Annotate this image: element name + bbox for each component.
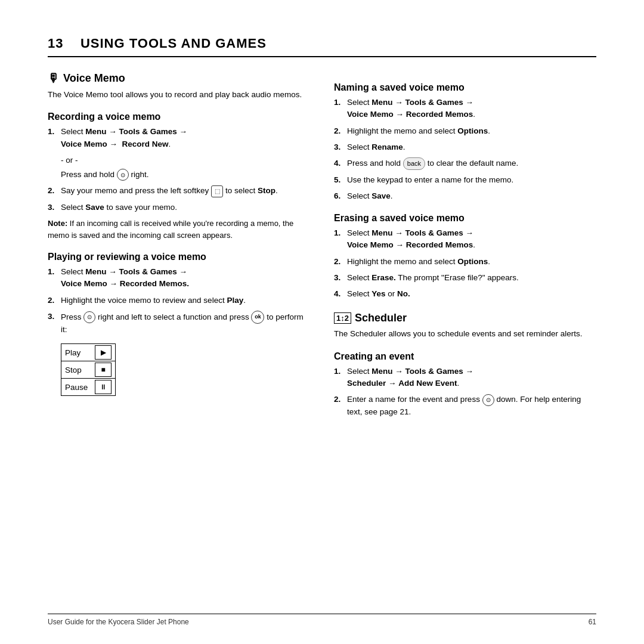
creating-step-2: Enter a name for the event and press ⊙ d… [334, 394, 596, 418]
scheduler-heading: 1↕2 Scheduler [334, 312, 596, 324]
naming-steps: Select Menu → Tools & Games → Voice Memo… [334, 97, 596, 202]
chapter-title: Using Tools and Games [80, 36, 267, 51]
erasing-step-1: Select Menu → Tools & Games → Voice Memo… [334, 227, 596, 252]
ok-button: ok [251, 311, 264, 324]
creating-event-heading: Creating an event [334, 351, 596, 362]
erasing-heading: Erasing a saved voice memo [334, 213, 596, 224]
pause-label: Pause [65, 383, 95, 392]
erasing-step-4: Select Yes or No. [334, 288, 596, 300]
naming-step-4: Press and hold back to clear the default… [334, 157, 596, 170]
voice-memo-heading: 🎙 Voice Memo [48, 72, 310, 85]
scheduler-title: Scheduler [355, 312, 407, 324]
left-column: 🎙 Voice Memo The Voice Memo tool allows … [48, 72, 310, 422]
nav-circle: ⊙ [83, 311, 95, 323]
press-hold-line: Press and hold ⊙ right. [61, 169, 310, 181]
naming-step-1: Select Menu → Tools & Games → Voice Memo… [334, 97, 596, 121]
naming-step-3: Select Rename. [334, 141, 596, 153]
voice-memo-icon: 🎙 [48, 72, 60, 85]
creating-step-1: Select Menu → Tools & Games → Scheduler … [334, 366, 596, 390]
playback-table: Play ▶ Stop ■ Pause ⏸ [61, 343, 116, 396]
stop-label: Stop [65, 366, 95, 374]
creating-event-steps: Select Menu → Tools & Games → Scheduler … [334, 366, 596, 418]
erasing-steps: Select Menu → Tools & Games → Voice Memo… [334, 227, 596, 300]
footer-left: User Guide for the Kyocera Slider Jet Ph… [48, 618, 189, 626]
voice-memo-intro: The Voice Memo tool allows you to record… [48, 89, 310, 101]
two-column-layout: 🎙 Voice Memo The Voice Memo tool allows … [48, 72, 596, 422]
erasing-step-2: Highlight the memo and select Options. [334, 256, 596, 268]
right-column: Naming a saved voice memo Select Menu → … [334, 72, 596, 422]
playback-row-stop: Stop ■ [61, 361, 115, 379]
play-icon: ▶ [95, 345, 112, 360]
nav-button: ⊙ [117, 169, 129, 181]
voice-memo-title: Voice Memo [63, 72, 125, 85]
naming-step-6: Select Save. [334, 190, 596, 202]
recording-step-3: Select Save to save your memo. [48, 202, 310, 213]
footer: User Guide for the Kyocera Slider Jet Ph… [48, 614, 596, 626]
playback-row-pause: Pause ⏸ [61, 379, 115, 395]
playing-heading: Playing or reviewing a voice memo [48, 252, 310, 262]
playing-step-1: Select Menu → Tools & Games → Voice Memo… [48, 266, 310, 290]
playing-step-3: Press ⊙ right and left to select a funct… [48, 311, 310, 336]
naming-heading: Naming a saved voice memo [334, 82, 596, 93]
recording-step-1: Select Menu → Tools & Games → Voice Memo… [48, 126, 310, 150]
page: 13 Using Tools and Games 🎙 Voice Memo Th… [0, 0, 644, 644]
playback-row-play: Play ▶ [61, 344, 115, 361]
play-label: Play [65, 348, 95, 357]
back-button: back [403, 157, 425, 170]
naming-step-2: Highlight the memo and select Options. [334, 125, 596, 137]
softkey-button: ⬚ [211, 185, 223, 197]
scheduler-intro: The Scheduler allows you to schedule eve… [334, 328, 596, 340]
recording-steps-2: Say your memo and press the left softkey… [48, 185, 310, 213]
recording-steps: Select Menu → Tools & Games → Voice Memo… [48, 126, 310, 150]
recording-step-2: Say your memo and press the left softkey… [48, 185, 310, 197]
scheduler-icon: 1↕2 [334, 312, 351, 324]
naming-step-5: Use the keypad to enter a name for the m… [334, 174, 596, 186]
playing-steps: Select Menu → Tools & Games → Voice Memo… [48, 266, 310, 336]
erasing-step-3: Select Erase. The prompt "Erase file?" a… [334, 272, 596, 284]
chapter-heading: 13 Using Tools and Games [48, 36, 596, 57]
nav-circle-down: ⊙ [482, 394, 494, 406]
stop-icon: ■ [95, 363, 112, 377]
or-separator: - or - [61, 154, 310, 166]
recording-note: Note: If an incoming call is received wh… [48, 218, 310, 241]
recording-heading: Recording a voice memo [48, 112, 310, 122]
footer-right: 61 [589, 618, 596, 626]
chapter-number: 13 [48, 36, 63, 51]
playing-step-2: Highlight the voice memo to review and s… [48, 295, 310, 306]
pause-icon: ⏸ [95, 380, 112, 394]
